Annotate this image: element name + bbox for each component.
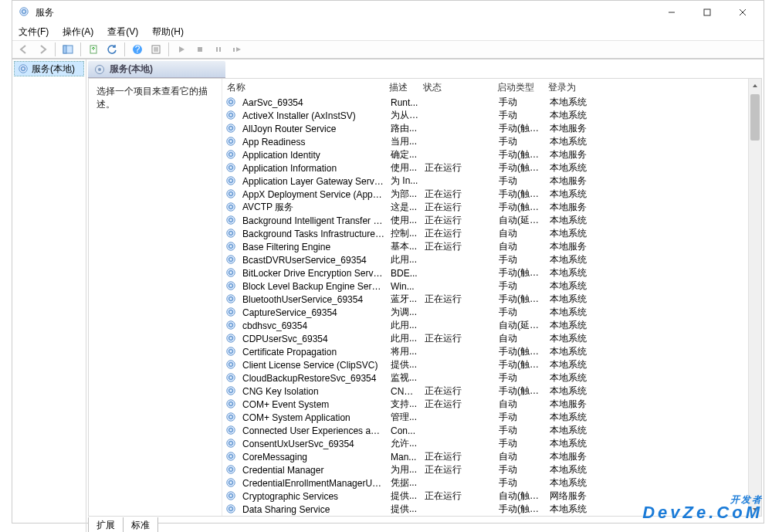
service-row[interactable]: CredentialEnrollmentManagerUserSvc_69...… <box>222 476 761 490</box>
cell-start: 手动(触发... <box>496 122 547 135</box>
pause-service-button[interactable] <box>210 41 227 58</box>
export-list-button[interactable] <box>85 41 102 58</box>
service-row[interactable]: COM+ Event System支持...正在运行自动本地服务 <box>222 398 761 411</box>
cell-desc: 允许... <box>388 437 422 450</box>
service-row[interactable]: Client License Service (ClipSVC)提供...手动(… <box>222 358 761 371</box>
help-button[interactable]: ? <box>129 41 146 58</box>
cell-name: ConsentUxUserSvc_69354 <box>239 439 388 449</box>
service-row[interactable]: cbdhsvc_69354此用...自动(延迟...本地系统 <box>222 319 761 332</box>
cell-desc: 使用... <box>388 161 422 175</box>
menu-view[interactable]: 查看(V) <box>106 24 140 40</box>
svg-rect-16 <box>198 47 202 52</box>
service-row[interactable]: BluetoothUserService_69354蓝牙...正在运行手动(触发… <box>222 293 761 306</box>
svg-point-54 <box>230 219 232 220</box>
service-row[interactable]: Background Intelligent Transfer Service使… <box>222 214 761 227</box>
service-row[interactable]: Base Filtering Engine基本...正在运行自动本地服务 <box>222 240 761 253</box>
cell-desc: 为 In... <box>388 175 422 188</box>
service-row[interactable]: CaptureService_69354为调...手动本地系统 <box>222 306 761 319</box>
close-button[interactable] <box>725 1 760 24</box>
service-row[interactable]: Application Layer Gateway Service为 In...… <box>222 175 761 188</box>
vertical-scrollbar[interactable] <box>748 79 761 516</box>
cell-desc: 基本... <box>388 240 422 253</box>
svg-point-66 <box>230 271 232 273</box>
cell-logon: 本地系统 <box>547 319 601 332</box>
service-row[interactable]: Certificate Propagation将用...手动(触发...本地系统 <box>222 345 761 358</box>
service-row[interactable]: AllJoyn Router Service路由...手动(触发...本地服务 <box>222 122 761 135</box>
col-header-start[interactable]: 启动类型 <box>493 81 543 94</box>
service-row[interactable]: Credential Manager为用...正在运行手动本地系统 <box>222 463 761 476</box>
cell-logon: 本地系统 <box>547 161 601 175</box>
cell-logon: 本地系统 <box>547 109 601 122</box>
service-row[interactable]: Connected User Experiences and Telemetry… <box>222 424 761 437</box>
service-row[interactable]: ConsentUxUserSvc_69354允许...手动本地系统 <box>222 437 761 450</box>
service-row[interactable]: ActiveX Installer (AxInstSV)为从 ...手动本地系统 <box>222 109 761 122</box>
service-row[interactable]: Background Tasks Infrastructure Service控… <box>222 227 761 240</box>
col-header-name[interactable]: 名称 <box>222 81 384 94</box>
cell-logon: 本地系统 <box>547 293 601 306</box>
svg-point-78 <box>230 324 232 325</box>
cell-logon: 本地服务 <box>547 450 601 463</box>
service-icon <box>225 398 238 411</box>
titlebar: 服务 <box>12 1 764 24</box>
cell-logon: 本地系统 <box>547 503 601 516</box>
service-row[interactable]: CloudBackupRestoreSvc_69354监视...手动本地系统 <box>222 371 761 385</box>
refresh-button[interactable] <box>103 41 120 58</box>
service-row[interactable]: Block Level Backup Engine ServiceWin...手… <box>222 280 761 293</box>
cell-status: 正在运行 <box>422 188 496 201</box>
menu-file[interactable]: 文件(F) <box>17 24 50 40</box>
cell-logon: 本地系统 <box>547 358 601 371</box>
cell-status: 正在运行 <box>422 385 496 398</box>
cell-name: CredentialEnrollmentManagerUserSvc_69... <box>239 478 388 489</box>
svg-point-117 <box>230 494 232 496</box>
toolbar-separator <box>124 42 125 56</box>
col-header-desc[interactable]: 描述 <box>384 81 418 94</box>
service-row[interactable]: CDPUserSvc_69354此用...正在运行自动本地系统 <box>222 332 761 345</box>
cell-desc: 当用... <box>388 135 422 148</box>
start-service-button[interactable] <box>173 41 190 58</box>
cell-start: 自动(延迟... <box>496 214 547 227</box>
service-row[interactable]: AarSvc_69354Runt...手动本地系统 <box>222 96 761 109</box>
minimize-button[interactable] <box>654 1 689 24</box>
stop-service-button[interactable] <box>191 41 208 58</box>
cell-desc: CNG... <box>388 386 422 397</box>
scroll-up-button[interactable] <box>749 79 761 92</box>
service-row[interactable]: CoreMessagingMan...正在运行自动本地服务 <box>222 450 761 463</box>
tree-root-services-local[interactable]: 服务(本地) <box>14 61 84 76</box>
cell-start: 自动 <box>496 450 547 463</box>
service-row[interactable]: AppX Deployment Service (AppXSVC)为部...正在… <box>222 188 761 201</box>
service-row[interactable]: AVCTP 服务这是...正在运行手动(触发...本地服务 <box>222 201 761 214</box>
properties-button[interactable] <box>147 41 164 58</box>
svg-point-96 <box>230 402 232 404</box>
service-row[interactable]: COM+ System Application管理...手动本地系统 <box>222 411 761 424</box>
cell-logon: 本地服务 <box>547 175 601 188</box>
restart-service-button[interactable] <box>229 41 245 58</box>
service-row[interactable]: CNG Key IsolationCNG...正在运行手动(触发...本地系统 <box>222 385 761 398</box>
cell-start: 手动 <box>496 253 547 266</box>
cell-desc: Runt... <box>388 97 422 108</box>
service-row[interactable]: Application Identity确定...手动(触发...本地服务 <box>222 148 761 161</box>
tab-extended[interactable]: 扩展 <box>88 517 124 532</box>
scroll-thumb[interactable] <box>750 94 760 141</box>
tab-standard[interactable]: 标准 <box>124 517 158 532</box>
cell-desc: BDE... <box>388 268 422 279</box>
service-row[interactable]: Application Information使用...正在运行手动(触发...… <box>222 161 761 175</box>
forward-button[interactable] <box>34 41 51 58</box>
service-row[interactable]: BcastDVRUserService_69354此用...手动本地系统 <box>222 253 761 266</box>
menu-help[interactable]: 帮助(H) <box>151 24 185 40</box>
cell-name: Block Level Backup Engine Service <box>239 281 388 292</box>
menu-action[interactable]: 操作(A) <box>61 24 95 40</box>
col-header-status[interactable]: 状态 <box>418 81 493 94</box>
watermark-line2: DevZe.CoM <box>642 504 763 521</box>
cell-name: Data Sharing Service <box>239 504 388 515</box>
cell-logon: 本地系统 <box>547 280 601 293</box>
cell-logon: 本地系统 <box>547 385 601 398</box>
service-row[interactable]: App Readiness当用...手动本地系统 <box>222 135 761 148</box>
details-header: 服务(本地) <box>88 61 225 78</box>
show-hide-tree-button[interactable] <box>59 41 76 58</box>
maximize-button[interactable] <box>689 1 725 24</box>
col-header-logon[interactable]: 登录为 <box>543 81 598 94</box>
back-button[interactable] <box>15 41 32 58</box>
svg-point-93 <box>230 389 232 391</box>
service-row[interactable]: BitLocker Drive Encryption ServiceBDE...… <box>222 266 761 280</box>
cell-logon: 本地服务 <box>547 398 601 411</box>
